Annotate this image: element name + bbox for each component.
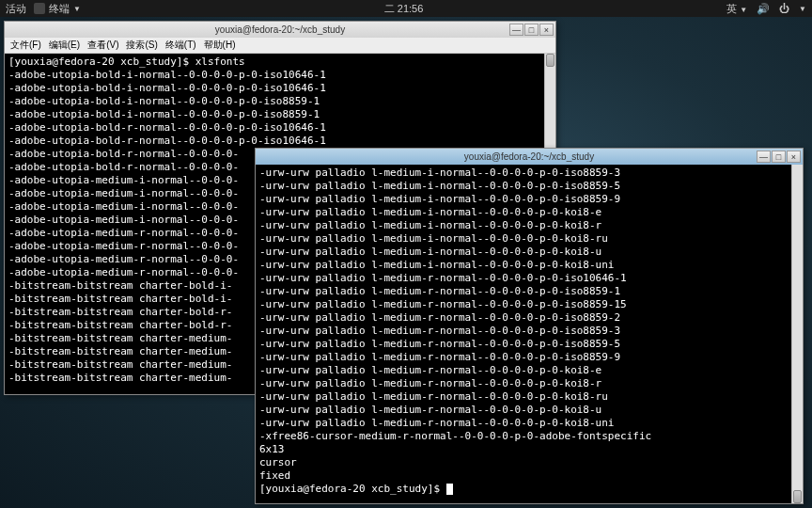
cursor — [446, 484, 453, 495]
window-title: youxia@fedora-20:~/xcb_study — [256, 151, 803, 162]
window-title: youxia@fedora-20:~/xcb_study — [5, 24, 555, 35]
gnome-topbar: 活动 终端 ▼ 二 21:56 英 ▼ 🔊 ⏻ ▼ — [0, 0, 812, 17]
maximize-button[interactable]: □ — [524, 24, 539, 36]
titlebar[interactable]: youxia@fedora-20:~/xcb_study — □ × — [256, 149, 803, 165]
menu-item[interactable]: 查看(V) — [86, 39, 120, 52]
power-icon[interactable]: ⏻ — [779, 3, 789, 14]
chevron-down-icon: ▼ — [73, 5, 81, 13]
terminal-output[interactable]: -urw-urw palladio l-medium-i-normal--0-0… — [256, 165, 803, 503]
scrollbar[interactable] — [791, 165, 803, 503]
close-button[interactable]: × — [787, 151, 801, 163]
active-app[interactable]: 终端 ▼ — [34, 2, 81, 16]
minimize-button[interactable]: — — [757, 151, 771, 163]
maximize-button[interactable]: □ — [772, 151, 786, 163]
clock[interactable]: 二 21:56 — [81, 2, 726, 16]
titlebar[interactable]: youxia@fedora-20:~/xcb_study — □ × — [5, 22, 555, 38]
scroll-thumb[interactable] — [546, 54, 554, 67]
ime-indicator[interactable]: 英 ▼ — [726, 2, 747, 16]
activities-button[interactable]: 活动 — [6, 2, 26, 16]
terminal-icon — [34, 3, 45, 14]
chevron-down-icon: ▼ — [799, 5, 806, 13]
volume-icon[interactable]: 🔊 — [757, 3, 770, 15]
menu-item[interactable]: 终端(T) — [164, 39, 198, 52]
terminal-window-2: youxia@fedora-20:~/xcb_study — □ × -urw-… — [255, 148, 804, 504]
menu-item[interactable]: 文件(F) — [8, 39, 43, 52]
scroll-thumb[interactable] — [793, 490, 802, 503]
menu-item[interactable]: 编辑(E) — [47, 39, 82, 52]
menubar: 文件(F)编辑(E)查看(V)搜索(S)终端(T)帮助(H) — [5, 38, 555, 54]
minimize-button[interactable]: — — [509, 24, 523, 36]
close-button[interactable]: × — [539, 24, 554, 36]
menu-item[interactable]: 搜索(S) — [124, 39, 159, 52]
menu-item[interactable]: 帮助(H) — [202, 39, 238, 52]
